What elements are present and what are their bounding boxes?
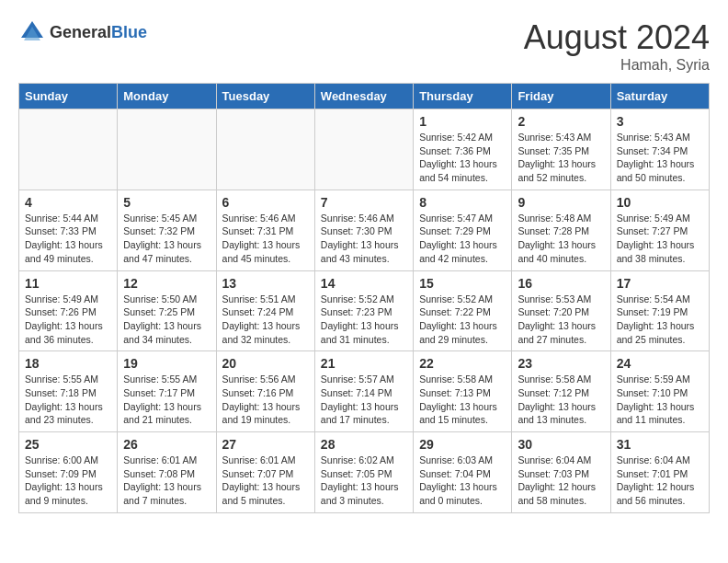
day-info: Sunrise: 5:58 AM Sunset: 7:12 PM Dayligh…: [518, 373, 604, 427]
calendar-cell: 30Sunrise: 6:04 AM Sunset: 7:03 PM Dayli…: [512, 432, 610, 513]
calendar-cell: 28Sunrise: 6:02 AM Sunset: 7:05 PM Dayli…: [314, 432, 413, 513]
day-number: 16: [518, 276, 604, 291]
calendar-cell: 22Sunrise: 5:58 AM Sunset: 7:13 PM Dayli…: [414, 351, 512, 432]
calendar-cell: [216, 109, 314, 190]
day-info: Sunrise: 5:44 AM Sunset: 7:33 PM Dayligh…: [25, 212, 111, 266]
calendar-cell: 13Sunrise: 5:51 AM Sunset: 7:24 PM Dayli…: [216, 270, 314, 351]
calendar-cell: 20Sunrise: 5:56 AM Sunset: 7:16 PM Dayli…: [216, 351, 314, 432]
calendar-cell: 18Sunrise: 5:55 AM Sunset: 7:18 PM Dayli…: [19, 351, 118, 432]
day-info: Sunrise: 5:46 AM Sunset: 7:31 PM Dayligh…: [222, 212, 309, 266]
day-info: Sunrise: 6:04 AM Sunset: 7:01 PM Dayligh…: [617, 454, 703, 508]
day-number: 13: [222, 276, 309, 291]
day-info: Sunrise: 6:03 AM Sunset: 7:04 PM Dayligh…: [419, 454, 506, 508]
day-info: Sunrise: 5:55 AM Sunset: 7:18 PM Dayligh…: [25, 373, 111, 427]
calendar-cell: 15Sunrise: 5:52 AM Sunset: 7:22 PM Dayli…: [414, 270, 512, 351]
calendar-cell: 1Sunrise: 5:42 AM Sunset: 7:36 PM Daylig…: [414, 109, 512, 190]
calendar-cell: 10Sunrise: 5:49 AM Sunset: 7:27 PM Dayli…: [610, 190, 709, 270]
calendar-cell: 14Sunrise: 5:52 AM Sunset: 7:23 PM Dayli…: [314, 270, 413, 351]
day-info: Sunrise: 5:43 AM Sunset: 7:35 PM Dayligh…: [518, 131, 604, 185]
day-number: 19: [123, 356, 210, 371]
day-info: Sunrise: 5:49 AM Sunset: 7:27 PM Dayligh…: [617, 212, 703, 266]
calendar-cell: [118, 109, 216, 190]
day-info: Sunrise: 5:51 AM Sunset: 7:24 PM Dayligh…: [222, 293, 309, 347]
day-number: 28: [321, 437, 407, 452]
day-info: Sunrise: 6:04 AM Sunset: 7:03 PM Dayligh…: [518, 454, 604, 508]
calendar-week-row: 25Sunrise: 6:00 AM Sunset: 7:09 PM Dayli…: [19, 432, 710, 513]
logo-general: General: [50, 23, 111, 41]
day-number: 3: [617, 114, 703, 129]
calendar-cell: 25Sunrise: 6:00 AM Sunset: 7:09 PM Dayli…: [19, 432, 118, 513]
day-info: Sunrise: 5:58 AM Sunset: 7:13 PM Dayligh…: [419, 373, 506, 427]
weekday-header: Wednesday: [314, 84, 413, 109]
day-number: 8: [419, 195, 506, 210]
day-number: 21: [321, 356, 407, 371]
weekday-header: Friday: [512, 84, 610, 109]
day-number: 2: [518, 114, 604, 129]
day-info: Sunrise: 5:43 AM Sunset: 7:34 PM Dayligh…: [617, 131, 703, 185]
weekday-header: Tuesday: [216, 84, 314, 109]
day-number: 20: [222, 356, 309, 371]
day-number: 11: [25, 276, 111, 291]
day-number: 22: [419, 356, 506, 371]
calendar-cell: 16Sunrise: 5:53 AM Sunset: 7:20 PM Dayli…: [512, 270, 610, 351]
calendar-cell: 12Sunrise: 5:50 AM Sunset: 7:25 PM Dayli…: [118, 270, 216, 351]
day-number: 26: [123, 437, 210, 452]
calendar-cell: 5Sunrise: 5:45 AM Sunset: 7:32 PM Daylig…: [118, 190, 216, 270]
day-number: 4: [25, 195, 111, 210]
title-area: August 2024 Hamah, Syria: [524, 18, 710, 74]
day-number: 9: [518, 195, 604, 210]
day-number: 6: [222, 195, 309, 210]
day-info: Sunrise: 5:55 AM Sunset: 7:17 PM Dayligh…: [123, 373, 210, 427]
calendar-cell: 9Sunrise: 5:48 AM Sunset: 7:28 PM Daylig…: [512, 190, 610, 270]
day-info: Sunrise: 5:56 AM Sunset: 7:16 PM Dayligh…: [222, 373, 309, 427]
day-number: 1: [419, 114, 506, 129]
calendar-cell: 7Sunrise: 5:46 AM Sunset: 7:30 PM Daylig…: [314, 190, 413, 270]
calendar-cell: 27Sunrise: 6:01 AM Sunset: 7:07 PM Dayli…: [216, 432, 314, 513]
weekday-header: Saturday: [610, 84, 709, 109]
weekday-header: Sunday: [19, 84, 118, 109]
logo-blue: Blue: [111, 23, 147, 41]
location: Hamah, Syria: [524, 57, 710, 74]
calendar-cell: 23Sunrise: 5:58 AM Sunset: 7:12 PM Dayli…: [512, 351, 610, 432]
day-info: Sunrise: 5:59 AM Sunset: 7:10 PM Dayligh…: [617, 373, 703, 427]
day-info: Sunrise: 5:49 AM Sunset: 7:26 PM Dayligh…: [25, 293, 111, 347]
calendar-cell: [19, 109, 118, 190]
calendar-cell: 8Sunrise: 5:47 AM Sunset: 7:29 PM Daylig…: [414, 190, 512, 270]
day-info: Sunrise: 5:53 AM Sunset: 7:20 PM Dayligh…: [518, 293, 604, 347]
day-number: 5: [123, 195, 210, 210]
day-number: 23: [518, 356, 604, 371]
day-info: Sunrise: 6:00 AM Sunset: 7:09 PM Dayligh…: [25, 454, 111, 508]
day-number: 10: [617, 195, 703, 210]
day-info: Sunrise: 5:42 AM Sunset: 7:36 PM Dayligh…: [419, 131, 506, 185]
calendar-week-row: 1Sunrise: 5:42 AM Sunset: 7:36 PM Daylig…: [19, 109, 710, 190]
day-number: 30: [518, 437, 604, 452]
calendar-table: SundayMondayTuesdayWednesdayThursdayFrid…: [18, 83, 710, 513]
page-header: GeneralBlue August 2024 Hamah, Syria: [18, 18, 710, 74]
day-info: Sunrise: 6:02 AM Sunset: 7:05 PM Dayligh…: [321, 454, 407, 508]
calendar-cell: 2Sunrise: 5:43 AM Sunset: 7:35 PM Daylig…: [512, 109, 610, 190]
calendar-cell: 3Sunrise: 5:43 AM Sunset: 7:34 PM Daylig…: [610, 109, 709, 190]
day-number: 24: [617, 356, 703, 371]
day-info: Sunrise: 6:01 AM Sunset: 7:07 PM Dayligh…: [222, 454, 309, 508]
day-info: Sunrise: 5:54 AM Sunset: 7:19 PM Dayligh…: [617, 293, 703, 347]
calendar-week-row: 18Sunrise: 5:55 AM Sunset: 7:18 PM Dayli…: [19, 351, 710, 432]
weekday-header-row: SundayMondayTuesdayWednesdayThursdayFrid…: [19, 84, 710, 109]
calendar-cell: 17Sunrise: 5:54 AM Sunset: 7:19 PM Dayli…: [610, 270, 709, 351]
day-number: 31: [617, 437, 703, 452]
calendar-cell: 29Sunrise: 6:03 AM Sunset: 7:04 PM Dayli…: [414, 432, 512, 513]
calendar-cell: 21Sunrise: 5:57 AM Sunset: 7:14 PM Dayli…: [314, 351, 413, 432]
day-info: Sunrise: 5:45 AM Sunset: 7:32 PM Dayligh…: [123, 212, 210, 266]
weekday-header: Monday: [118, 84, 216, 109]
day-number: 25: [25, 437, 111, 452]
day-number: 17: [617, 276, 703, 291]
calendar-week-row: 11Sunrise: 5:49 AM Sunset: 7:26 PM Dayli…: [19, 270, 710, 351]
calendar-cell: 6Sunrise: 5:46 AM Sunset: 7:31 PM Daylig…: [216, 190, 314, 270]
calendar-week-row: 4Sunrise: 5:44 AM Sunset: 7:33 PM Daylig…: [19, 190, 710, 270]
day-number: 27: [222, 437, 309, 452]
day-number: 18: [25, 356, 111, 371]
day-number: 7: [321, 195, 407, 210]
day-info: Sunrise: 5:47 AM Sunset: 7:29 PM Dayligh…: [419, 212, 506, 266]
day-info: Sunrise: 5:50 AM Sunset: 7:25 PM Dayligh…: [123, 293, 210, 347]
day-info: Sunrise: 5:48 AM Sunset: 7:28 PM Dayligh…: [518, 212, 604, 266]
calendar-cell: 19Sunrise: 5:55 AM Sunset: 7:17 PM Dayli…: [118, 351, 216, 432]
